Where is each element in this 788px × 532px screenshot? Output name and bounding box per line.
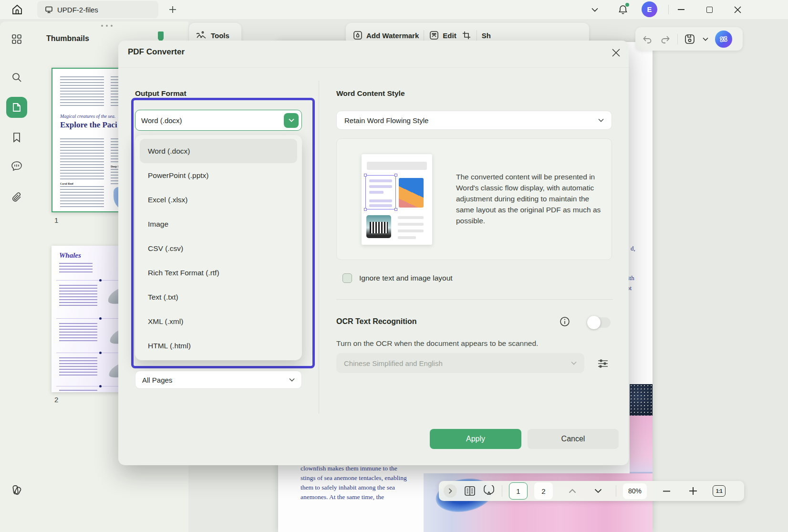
ocr-language-select[interactable]: Chinese Simplified and English	[336, 353, 584, 373]
panel-drag-handle[interactable]	[101, 25, 120, 30]
document-text-line: them to safely inhabit among the sea	[301, 484, 395, 491]
chevron-right-icon	[448, 488, 452, 494]
dropdown-option-rtf[interactable]: Rich Text Format (.rtf)	[140, 261, 297, 285]
ocr-settings-icon[interactable]	[597, 357, 609, 370]
chevron-down-icon	[598, 118, 604, 122]
document-tab[interactable]: UPDF-2-files	[37, 1, 158, 18]
dialog-header-divider	[118, 67, 629, 68]
thumb1-subheading: Coral Reef	[60, 182, 73, 185]
document-tab-title: UPDF-2-files	[57, 6, 98, 14]
attachment-icon[interactable]	[6, 187, 27, 208]
ignore-layout-label: Ignore text and image layout	[359, 274, 453, 282]
next-page-icon[interactable]	[592, 485, 604, 497]
window-maximize-button[interactable]	[701, 2, 718, 17]
dropdown-option-image[interactable]: Image	[140, 212, 297, 236]
dropdown-option-csv[interactable]: CSV (.csv)	[140, 236, 297, 261]
new-tab-button[interactable]	[166, 3, 179, 16]
ignore-layout-checkbox[interactable]	[342, 273, 352, 283]
image-icon	[196, 30, 207, 41]
page-text-fragment: ith	[628, 274, 634, 282]
dialog-close-button[interactable]	[609, 45, 623, 60]
thumb1-kicker: Magical creatures of the sea.	[60, 114, 115, 119]
pdf-converter-dialog: PDF Converter Output Format Word (.docx)…	[118, 41, 629, 465]
notifications-button[interactable]	[615, 2, 631, 17]
user-avatar[interactable]: E	[642, 1, 657, 17]
edit-grid-icon	[429, 30, 439, 41]
previous-page-icon[interactable]	[566, 485, 579, 497]
document-text-line: anemones. At the same time, the	[301, 493, 384, 501]
page-range-select[interactable]: All Pages	[135, 371, 302, 389]
presentation-mode-icon[interactable]	[483, 485, 495, 497]
dropdown-option-txt[interactable]: Text (.txt)	[140, 285, 297, 309]
crop-button[interactable]	[461, 30, 472, 41]
expand-toolbar-button[interactable]	[444, 484, 457, 498]
thumbnails-tab-icon[interactable]	[6, 97, 27, 118]
chevron-down-icon	[289, 378, 295, 382]
home-icon	[11, 3, 23, 16]
ocr-toggle[interactable]	[588, 317, 611, 328]
zoom-out-icon[interactable]	[660, 485, 673, 497]
dropdown-option-html[interactable]: HTML (.html)	[140, 334, 297, 358]
toggle-knob	[587, 316, 601, 329]
page-button-2[interactable]: 2	[534, 482, 553, 500]
info-icon[interactable]	[560, 316, 570, 327]
ocr-hint: Turn on the OCR when the document appear…	[336, 339, 538, 348]
page-text-fragment: d,	[631, 245, 635, 252]
notification-dot	[625, 3, 629, 7]
reading-view-icon[interactable]	[464, 485, 476, 497]
home-grid-icon[interactable]	[6, 29, 27, 50]
page-number-2: 2	[54, 396, 58, 404]
word-content-style-select[interactable]: Retain Word Flowing Style	[336, 111, 612, 130]
crop-icon	[461, 30, 472, 41]
watermark-icon	[353, 30, 363, 41]
view-toolbar: 1 2 80% 1:1	[439, 481, 744, 501]
output-format-label: Output Format	[135, 89, 187, 98]
apply-button[interactable]: Apply	[430, 429, 521, 449]
chevron-down-icon	[571, 361, 577, 365]
dropdown-option-word[interactable]: Word (.docx)	[140, 139, 297, 163]
search-icon[interactable]	[6, 67, 27, 88]
zoom-in-icon[interactable]	[687, 485, 699, 497]
ai-assistant-button[interactable]	[715, 31, 732, 48]
comments-icon[interactable]	[6, 156, 27, 177]
window-minimize-button[interactable]	[673, 2, 690, 17]
dropdown-option-powerpoint[interactable]: PowerPoint (.pptx)	[140, 163, 297, 188]
page-button-1[interactable]: 1	[509, 482, 528, 500]
dropdown-option-excel[interactable]: Excel (.xlsx)	[140, 188, 297, 212]
document-tab-icon	[45, 6, 53, 14]
window-titlebar: UPDF-2-files E	[0, 0, 788, 19]
close-icon	[612, 49, 620, 57]
home-button[interactable]	[7, 1, 28, 18]
image-block-illustration	[399, 178, 424, 208]
save-icon[interactable]	[684, 33, 696, 45]
thumb2-heading: Whales	[59, 251, 81, 260]
actual-size-button[interactable]: 1:1	[713, 485, 726, 497]
titlebar-chevron-icon[interactable]	[588, 3, 601, 16]
plus-icon	[169, 6, 176, 13]
zoom-level[interactable]: 80%	[623, 483, 647, 499]
cancel-button[interactable]: Cancel	[528, 429, 619, 449]
output-format-dropdown: Word (.docx) PowerPoint (.pptx) Excel (.…	[135, 135, 302, 360]
add-watermark-button[interactable]: Add Watermark	[353, 30, 419, 41]
output-format-select[interactable]: Word (.docx)	[135, 110, 302, 131]
undo-icon[interactable]	[641, 33, 653, 45]
theme-swatches-icon[interactable]	[10, 482, 25, 497]
page-number-1: 1	[54, 216, 58, 224]
style-preview-illustration	[362, 154, 432, 245]
edit-button[interactable]: Edit	[429, 30, 456, 41]
style-description: The converted content will be presented …	[456, 171, 603, 226]
dropdown-option-xml[interactable]: XML (.xml)	[140, 309, 297, 334]
share-button[interactable]: Sh	[482, 31, 491, 40]
table-block-illustration	[366, 215, 391, 238]
bookmark-icon[interactable]	[6, 127, 27, 148]
redo-icon[interactable]	[659, 33, 672, 45]
document-text-line: stings of sea anemone tentacles, enablin…	[301, 474, 407, 482]
window-close-button[interactable]	[729, 2, 746, 17]
titlebar-divider	[668, 5, 669, 14]
selected-text-block-illustration	[365, 175, 396, 209]
style-preview-card: The converted content will be presented …	[336, 138, 612, 260]
save-options-chevron-icon[interactable]	[702, 33, 709, 45]
thumbnails-panel-title: Thumbnails	[46, 34, 89, 43]
chevron-down-icon[interactable]	[284, 113, 299, 128]
file-actions-toolbar	[635, 27, 743, 51]
